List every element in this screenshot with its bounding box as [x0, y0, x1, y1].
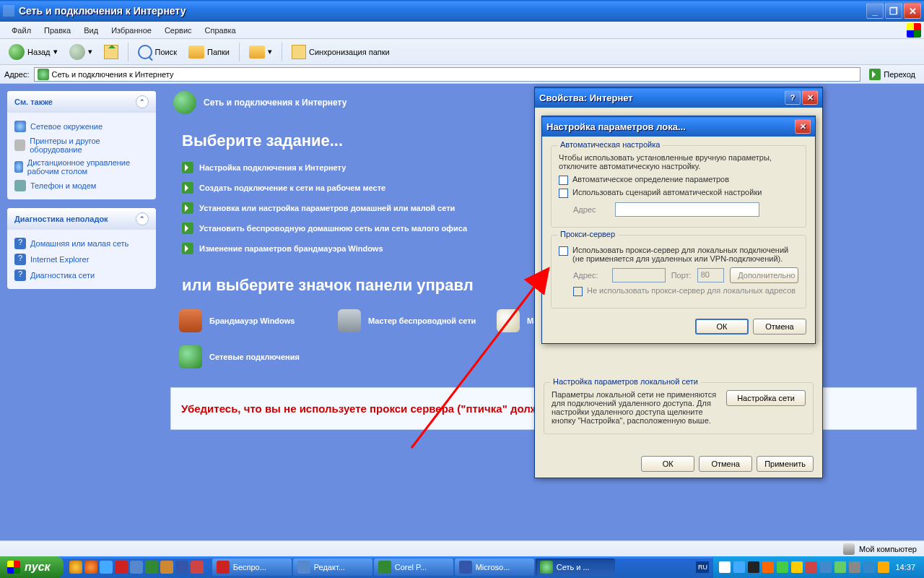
collapse-icon[interactable]: ⌃ — [136, 95, 149, 108]
advanced-button[interactable]: Дополнительно — [730, 267, 798, 283]
close-button[interactable]: ✕ — [904, 3, 921, 19]
ql-app-icon[interactable] — [130, 561, 143, 574]
menu-file[interactable]: Файл — [6, 24, 37, 37]
taskbar-app-opera[interactable]: Беспро... — [212, 558, 292, 576]
address-value: Сеть и подключения к Интернету — [52, 70, 174, 79]
network-wizard-icon — [497, 309, 520, 332]
ok-button[interactable]: ОК — [641, 456, 694, 472]
use-proxy-row[interactable]: Использовать прокси-сервер для локальных… — [559, 246, 798, 263]
ql-opera-icon[interactable] — [115, 561, 128, 574]
firewall-icon — [179, 309, 202, 332]
views-button[interactable]: ▾ — [245, 43, 276, 61]
ql-app-icon[interactable] — [191, 561, 204, 574]
tray-icon[interactable] — [762, 561, 774, 573]
sidebar-link-phone-modem[interactable]: Телефон и модем — [14, 178, 149, 194]
ql-ie-icon[interactable] — [100, 561, 113, 574]
tray-icon[interactable] — [863, 561, 875, 573]
corel-icon — [378, 561, 391, 574]
sidebar-link-remote-desktop[interactable]: Дистанционное управление рабочим столом — [14, 156, 149, 178]
menu-favorites[interactable]: Избранное — [105, 24, 157, 37]
chevron-down-icon: ▾ — [268, 47, 272, 56]
tray-icon[interactable] — [777, 561, 788, 573]
window-title: Сеть и подключения к Интернету — [19, 5, 866, 17]
collapse-icon[interactable]: ⌃ — [136, 212, 149, 225]
proxy-address-input[interactable] — [612, 268, 666, 282]
taskbar-app-network[interactable]: Сеть и ... — [536, 558, 615, 576]
use-proxy-checkbox[interactable] — [559, 246, 568, 256]
arrow-icon — [182, 223, 193, 234]
search-button[interactable]: Поиск — [134, 43, 181, 61]
ql-chrome-icon[interactable] — [69, 561, 82, 574]
sync-button[interactable]: Синхронизация папки — [287, 43, 394, 61]
cp-firewall[interactable]: Брандмауэр Windows — [175, 305, 326, 337]
arrow-icon — [182, 182, 193, 194]
tray-icon[interactable] — [806, 561, 817, 573]
language-indicator[interactable]: RU — [696, 561, 709, 573]
maximize-button[interactable]: ❐ — [885, 3, 902, 19]
remote-desktop-icon — [14, 161, 23, 173]
use-script-row[interactable]: Использовать сценарий автоматической нас… — [559, 188, 798, 198]
auto-detect-checkbox[interactable] — [559, 176, 568, 185]
tray-icon[interactable] — [834, 561, 846, 573]
search-label: Поиск — [155, 48, 177, 56]
tray-icon[interactable] — [791, 561, 803, 573]
taskbar-app-corel[interactable]: Corel P... — [374, 558, 453, 576]
back-button[interactable]: Назад ▾ — [4, 42, 62, 62]
menu-edit[interactable]: Правка — [38, 24, 77, 37]
ok-button[interactable]: ОК — [695, 319, 749, 335]
views-icon — [249, 46, 265, 59]
tray-icon[interactable] — [748, 561, 759, 573]
minimize-button[interactable]: _ — [866, 3, 884, 19]
tray-icon[interactable] — [733, 561, 745, 573]
cancel-button[interactable]: Отмена — [699, 456, 752, 472]
up-button[interactable] — [100, 43, 123, 61]
menubar: Файл Правка Вид Избранное Сервис Справка — [0, 22, 924, 39]
dialog-close-button[interactable]: ✕ — [795, 119, 811, 134]
taskbar-app-editor[interactable]: Редакт... — [293, 558, 372, 576]
tray-icon[interactable] — [820, 561, 832, 573]
phone-icon — [14, 180, 26, 191]
address-input[interactable]: Сеть и подключения к Интернету — [34, 67, 861, 82]
auto-detect-row[interactable]: Автоматическое определение параметров — [559, 175, 798, 185]
help-button[interactable]: ? — [785, 90, 801, 105]
separator — [282, 43, 282, 61]
cancel-button[interactable]: Отмена — [753, 319, 806, 335]
cp-network-connections[interactable]: Сетевые подключения — [175, 341, 326, 373]
auto-config-groupbox: Автоматическая настройка Чтобы использов… — [551, 145, 806, 228]
dialog-titlebar[interactable]: Настройка параметров лока... ✕ — [542, 116, 815, 137]
menu-view[interactable]: Вид — [78, 24, 104, 37]
taskbar-app-microsoft[interactable]: Microso... — [455, 558, 534, 576]
ql-app-icon[interactable] — [160, 561, 173, 574]
arrow-icon — [182, 162, 193, 173]
troubleshoot-header[interactable]: Диагностика неполадок ⌃ — [7, 208, 156, 230]
help-icon: ? — [14, 254, 26, 265]
apply-button[interactable]: Применить — [757, 456, 814, 472]
ql-app-icon[interactable] — [145, 561, 158, 574]
sidebar-link-ie[interactable]: ?Internet Explorer — [14, 251, 149, 267]
tray-icon[interactable] — [719, 561, 731, 573]
tray-icon[interactable] — [849, 561, 860, 573]
proxy-port-input[interactable]: 80 — [697, 268, 725, 282]
lan-settings-button[interactable]: Настройка сети — [726, 390, 806, 406]
forward-button[interactable]: ▾ — [65, 42, 97, 62]
dialog-close-button[interactable]: ✕ — [802, 90, 818, 105]
ql-firefox-icon[interactable] — [84, 561, 97, 574]
use-script-checkbox[interactable] — [559, 189, 568, 198]
sidebar-link-network-diag[interactable]: ?Диагностика сети — [14, 267, 149, 283]
ql-app-icon[interactable] — [175, 561, 188, 574]
menu-help[interactable]: Справка — [199, 24, 242, 37]
start-button[interactable]: пуск — [0, 556, 64, 578]
sidebar-link-printers[interactable]: Принтеры и другое оборудование — [14, 134, 149, 156]
see-also-header[interactable]: См. также ⌃ — [7, 91, 156, 113]
sidebar-link-network-places[interactable]: Сетевое окружение — [14, 118, 149, 134]
menu-tools[interactable]: Сервис — [159, 24, 198, 37]
dialog-titlebar[interactable]: Свойства: Интернет ? ✕ — [535, 87, 822, 108]
sidebar-link-home-network[interactable]: ?Домашняя или малая сеть — [14, 236, 149, 251]
clock[interactable]: 14:37 — [892, 563, 918, 571]
dialog-button-row: ОК Отмена Применить — [535, 450, 822, 478]
folders-button[interactable]: Папки — [184, 43, 234, 61]
cp-wireless-wizard[interactable]: Мастер беспроводной сети — [334, 305, 485, 337]
tray-volume-icon[interactable] — [878, 561, 889, 573]
go-button[interactable]: Переход — [865, 67, 920, 82]
script-address-input[interactable] — [615, 202, 759, 217]
